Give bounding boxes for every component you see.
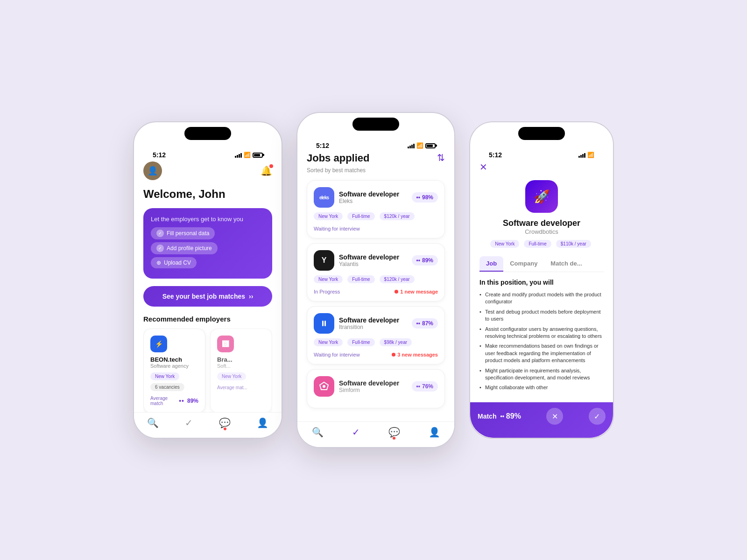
task-add-picture[interactable]: ✓ Add profile picture — [151, 242, 218, 254]
tab-job[interactable]: Job — [479, 256, 503, 272]
nav-chat-2[interactable]: 💬 — [388, 427, 400, 438]
job-info-0: Software developer Eleks — [339, 190, 407, 204]
phone-3: 5:12 📶 ✕ 🚀 Software developer — [469, 121, 614, 439]
match-icon-0: •• — [416, 194, 420, 201]
nav-chat-1[interactable]: 💬 — [219, 417, 231, 428]
messages-badge-2: 3 new messages — [392, 352, 438, 357]
match-badge-1: •• 89% — [412, 255, 438, 266]
status-icons-3: 📶 — [578, 152, 594, 158]
job-info-1: Software developer Yalantis — [339, 253, 407, 267]
employers-row: ⚡ BEON.tech Software agency New York 6 v… — [143, 329, 272, 413]
sort-icon[interactable]: ⇅ — [437, 152, 445, 163]
match-icon-2: •• — [416, 320, 420, 327]
task-fill-data[interactable]: ✓ Fill personal data — [151, 227, 215, 239]
status-time-2: 5:12 — [316, 142, 329, 149]
employer-profile-card: Let the employers get to know you ✓ Fill… — [143, 208, 272, 279]
tag-location-1: New York — [314, 275, 343, 283]
phones-container: 5:12 📶 👤 — [133, 112, 614, 448]
phone-2: 5:12 📶 Jobs applied ⇅ Sorted by best mat… — [296, 112, 455, 448]
phone1-header: 👤 🔔 — [143, 161, 272, 180]
job-title-0: Software developer — [339, 190, 407, 198]
match-dots-icon: •• — [500, 413, 504, 420]
tab-company[interactable]: Company — [503, 256, 544, 272]
employer-location-1: New York — [150, 372, 179, 380]
bullet-2: Assist configurator users by answering q… — [479, 324, 604, 342]
employer-card-2[interactable]: 🅱 Bra... Soft... New York Average mat... — [210, 329, 272, 413]
bullet-1: Test and debug product models before dep… — [479, 307, 604, 324]
bullet-5: Might collaborate with other — [479, 383, 604, 392]
messages-badge-1: 1 new message — [395, 289, 438, 294]
job-item-2[interactable]: Software developer Itransition •• 87% Ne… — [307, 306, 445, 364]
match-icon-1: •• — [416, 257, 420, 264]
msg-dot-2 — [392, 353, 395, 357]
accept-button[interactable]: ✓ — [589, 408, 606, 425]
job-status-2: Waiting for interview — [314, 352, 360, 357]
job-status-1: In Progress — [314, 289, 340, 294]
reject-button[interactable]: ✕ — [546, 408, 563, 425]
best-matches-button[interactable]: See your best job matches ›› — [143, 286, 272, 307]
tag-salary-2: $98k / year — [380, 338, 412, 346]
job-item-2-header: Software developer Itransition •• 87% — [314, 313, 438, 334]
bottom-nav-2: 🔍 ✓ 💬 👤 — [297, 421, 454, 447]
job-item-3[interactable]: Software developer Simform •• 76% — [307, 369, 445, 408]
nav-profile-2[interactable]: 👤 — [429, 427, 440, 438]
employer-type-2: Soft... — [217, 363, 265, 369]
bullet-3: Make recommendations based on own findin… — [479, 341, 604, 365]
detail-tags-row: New York Full-time $110k / year — [479, 240, 604, 250]
match-row-1: Average match •• 89% — [150, 396, 198, 406]
job-status-row-2: Waiting for interview 3 new messages — [314, 352, 438, 357]
employer-card-1[interactable]: ⚡ BEON.tech Software agency New York 6 v… — [143, 329, 205, 413]
phone-1: 5:12 📶 👤 — [133, 121, 282, 439]
company-logo-0: eleks — [314, 187, 334, 208]
detail-tag-salary: $110k / year — [556, 240, 591, 248]
tag-salary-1: $120k / year — [380, 275, 415, 283]
close-button[interactable]: ✕ — [479, 161, 487, 173]
employer-location-2: New York — [217, 372, 246, 380]
nav-search-1[interactable]: 🔍 — [147, 417, 159, 428]
bullet-4: Might participate in requirements analys… — [479, 366, 604, 383]
job-status-row-0: Waiting for interview — [314, 226, 438, 231]
detail-section-title: In this position, you will — [479, 279, 604, 286]
tags-row-1: New York Full-time $120k / year — [314, 275, 438, 285]
employer-type-1: Software agency — [150, 363, 198, 369]
job-item-0-header: eleks Software developer Eleks •• 98% — [314, 187, 438, 208]
nav-check-2[interactable]: ✓ — [352, 427, 360, 438]
detail-tag-type: Full-time — [524, 240, 551, 248]
tag-salary-0: $120k / year — [380, 212, 415, 220]
job-item-1[interactable]: Y Software developer Yalantis •• 89% New… — [307, 243, 445, 301]
upload-icon: ⊕ — [156, 259, 161, 266]
employer-name-1: BEON.tech — [150, 356, 198, 363]
tab-match[interactable]: Match de... — [544, 256, 588, 272]
msg-dot-1 — [395, 290, 398, 294]
company-name-2: Itransition — [339, 324, 407, 330]
notification-dot — [269, 164, 273, 168]
status-icons-1: 📶 — [235, 152, 263, 158]
employer-logo-1: ⚡ — [150, 336, 167, 352]
nav-profile-1[interactable]: 👤 — [257, 417, 268, 428]
job-item-0[interactable]: eleks Software developer Eleks •• 98% Ne… — [307, 180, 445, 238]
employer-logo-2: 🅱 — [217, 336, 234, 352]
tag-type-0: Full-time — [347, 212, 374, 220]
match-badge-2: •• 87% — [412, 318, 438, 329]
bullet-0: Create and modify product models with th… — [479, 290, 604, 307]
job-status-row-1: In Progress 1 new message — [314, 289, 438, 294]
match-action: Match •• 89% — [478, 412, 521, 420]
avatar[interactable]: 👤 — [143, 161, 162, 180]
check-icon-2: ✓ — [156, 245, 164, 252]
notification-bell[interactable]: 🔔 — [261, 165, 272, 176]
employer-name-2: Bra... — [217, 356, 265, 363]
phone-1-content: 5:12 📶 👤 — [134, 122, 282, 438]
job-title-3: Software developer — [339, 379, 407, 387]
match-action-percent: •• 89% — [500, 412, 521, 420]
company-name-0: Eleks — [339, 198, 407, 204]
job-info-2: Software developer Itransition — [339, 316, 407, 330]
profile-card-title: Let the employers get to know you — [151, 216, 265, 223]
nav-search-2[interactable]: 🔍 — [312, 427, 324, 438]
svg-point-4 — [323, 385, 325, 388]
svg-rect-1 — [322, 321, 324, 326]
task-upload-cv[interactable]: ⊕ Upload CV — [151, 257, 197, 268]
job-item-1-header: Y Software developer Yalantis •• 89% — [314, 250, 438, 271]
detail-header: ✕ — [479, 161, 604, 173]
signal-icon-3 — [578, 152, 585, 158]
nav-check-1[interactable]: ✓ — [185, 417, 193, 428]
